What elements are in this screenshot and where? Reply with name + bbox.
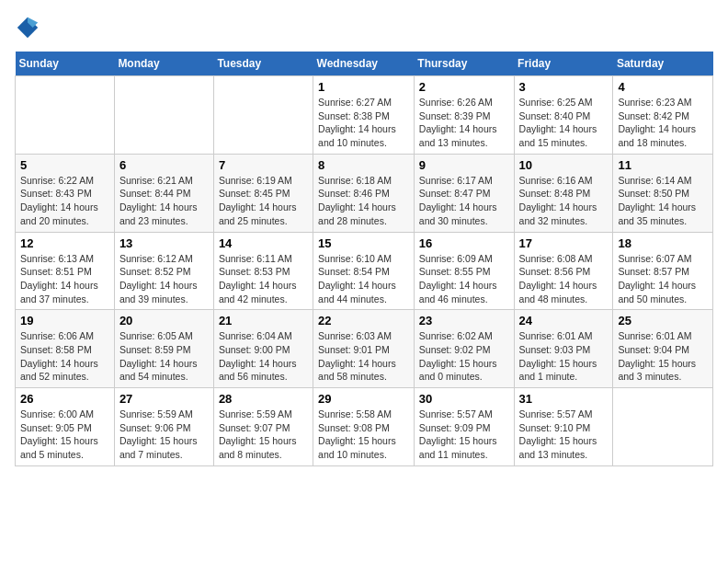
day-info: Sunrise: 6:05 AM Sunset: 8:59 PM Dayligh… xyxy=(119,329,209,384)
calendar-cell xyxy=(114,76,213,155)
day-number: 13 xyxy=(119,236,209,250)
day-info: Sunrise: 6:17 AM Sunset: 8:47 PM Dayligh… xyxy=(419,174,509,228)
calendar-week-row: 19Sunrise: 6:06 AM Sunset: 8:58 PM Dayli… xyxy=(16,310,713,388)
calendar-cell: 22Sunrise: 6:03 AM Sunset: 9:01 PM Dayli… xyxy=(313,310,415,388)
calendar-cell: 11Sunrise: 6:14 AM Sunset: 8:50 PM Dayli… xyxy=(613,154,713,232)
calendar-week-row: 5Sunrise: 6:22 AM Sunset: 8:43 PM Daylig… xyxy=(16,154,713,232)
day-info: Sunrise: 6:13 AM Sunset: 8:51 PM Dayligh… xyxy=(20,252,109,306)
day-number: 18 xyxy=(618,236,708,250)
day-info: Sunrise: 6:23 AM Sunset: 8:42 PM Dayligh… xyxy=(618,96,708,150)
calendar-cell: 13Sunrise: 6:12 AM Sunset: 8:52 PM Dayli… xyxy=(114,232,213,310)
day-number: 11 xyxy=(618,158,708,172)
day-number: 12 xyxy=(20,236,109,250)
day-info: Sunrise: 6:00 AM Sunset: 9:05 PM Dayligh… xyxy=(20,408,109,462)
day-info: Sunrise: 6:26 AM Sunset: 8:39 PM Dayligh… xyxy=(419,96,509,150)
day-number: 29 xyxy=(318,392,409,406)
day-info: Sunrise: 6:25 AM Sunset: 8:40 PM Dayligh… xyxy=(519,96,609,150)
day-number: 9 xyxy=(419,158,509,172)
day-number: 16 xyxy=(419,236,509,250)
calendar-cell: 8Sunrise: 6:18 AM Sunset: 8:46 PM Daylig… xyxy=(313,154,415,232)
weekday-header-thursday: Thursday xyxy=(414,52,514,76)
calendar-cell: 5Sunrise: 6:22 AM Sunset: 8:43 PM Daylig… xyxy=(16,154,115,232)
weekday-header-tuesday: Tuesday xyxy=(213,52,313,76)
day-info: Sunrise: 6:16 AM Sunset: 8:48 PM Dayligh… xyxy=(519,174,609,228)
calendar-week-row: 1Sunrise: 6:27 AM Sunset: 8:38 PM Daylig… xyxy=(16,76,713,155)
day-number: 10 xyxy=(519,158,609,172)
day-number: 23 xyxy=(419,314,509,327)
day-number: 26 xyxy=(20,392,109,406)
calendar-cell: 30Sunrise: 5:57 AM Sunset: 9:09 PM Dayli… xyxy=(414,388,514,466)
weekday-header-row: SundayMondayTuesdayWednesdayThursdayFrid… xyxy=(16,52,713,76)
day-number: 24 xyxy=(519,314,609,327)
calendar-cell: 23Sunrise: 6:02 AM Sunset: 9:02 PM Dayli… xyxy=(414,310,514,388)
day-info: Sunrise: 6:01 AM Sunset: 9:03 PM Dayligh… xyxy=(519,329,609,384)
day-info: Sunrise: 6:02 AM Sunset: 9:02 PM Dayligh… xyxy=(419,329,509,384)
day-number: 28 xyxy=(219,392,308,406)
day-info: Sunrise: 6:22 AM Sunset: 8:43 PM Dayligh… xyxy=(20,174,109,228)
day-number: 7 xyxy=(219,158,308,172)
calendar-cell: 6Sunrise: 6:21 AM Sunset: 8:44 PM Daylig… xyxy=(114,154,213,232)
day-info: Sunrise: 6:11 AM Sunset: 8:53 PM Dayligh… xyxy=(219,252,308,306)
page-header xyxy=(15,15,713,40)
logo-icon xyxy=(15,15,40,40)
day-number: 3 xyxy=(519,80,609,94)
calendar-cell: 4Sunrise: 6:23 AM Sunset: 8:42 PM Daylig… xyxy=(613,76,713,155)
day-number: 1 xyxy=(318,80,409,94)
weekday-header-sunday: Sunday xyxy=(16,52,115,76)
calendar-cell: 20Sunrise: 6:05 AM Sunset: 8:59 PM Dayli… xyxy=(114,310,213,388)
day-number: 6 xyxy=(119,158,209,172)
calendar-cell: 9Sunrise: 6:17 AM Sunset: 8:47 PM Daylig… xyxy=(414,154,514,232)
day-number: 31 xyxy=(519,392,609,406)
calendar-cell: 18Sunrise: 6:07 AM Sunset: 8:57 PM Dayli… xyxy=(613,232,713,310)
day-info: Sunrise: 5:59 AM Sunset: 9:06 PM Dayligh… xyxy=(119,408,209,462)
day-info: Sunrise: 6:09 AM Sunset: 8:55 PM Dayligh… xyxy=(419,252,509,306)
day-info: Sunrise: 6:01 AM Sunset: 9:04 PM Dayligh… xyxy=(618,329,708,384)
day-info: Sunrise: 5:59 AM Sunset: 9:07 PM Dayligh… xyxy=(219,408,308,462)
day-number: 27 xyxy=(119,392,209,406)
day-info: Sunrise: 6:14 AM Sunset: 8:50 PM Dayligh… xyxy=(618,174,708,228)
calendar-cell: 7Sunrise: 6:19 AM Sunset: 8:45 PM Daylig… xyxy=(213,154,313,232)
day-info: Sunrise: 6:10 AM Sunset: 8:54 PM Dayligh… xyxy=(318,252,409,306)
day-info: Sunrise: 6:07 AM Sunset: 8:57 PM Dayligh… xyxy=(618,252,708,306)
calendar-cell: 19Sunrise: 6:06 AM Sunset: 8:58 PM Dayli… xyxy=(16,310,115,388)
calendar-cell: 17Sunrise: 6:08 AM Sunset: 8:56 PM Dayli… xyxy=(514,232,613,310)
calendar-cell: 10Sunrise: 6:16 AM Sunset: 8:48 PM Dayli… xyxy=(514,154,613,232)
day-info: Sunrise: 5:57 AM Sunset: 9:09 PM Dayligh… xyxy=(419,408,509,462)
day-number: 22 xyxy=(318,314,409,327)
calendar-cell: 2Sunrise: 6:26 AM Sunset: 8:39 PM Daylig… xyxy=(414,76,514,155)
calendar-week-row: 12Sunrise: 6:13 AM Sunset: 8:51 PM Dayli… xyxy=(16,232,713,310)
calendar-cell: 14Sunrise: 6:11 AM Sunset: 8:53 PM Dayli… xyxy=(213,232,313,310)
calendar-cell xyxy=(613,388,713,466)
day-info: Sunrise: 6:08 AM Sunset: 8:56 PM Dayligh… xyxy=(519,252,609,306)
day-number: 17 xyxy=(519,236,609,250)
day-number: 14 xyxy=(219,236,308,250)
weekday-header-monday: Monday xyxy=(114,52,213,76)
weekday-header-saturday: Saturday xyxy=(613,52,713,76)
day-info: Sunrise: 6:06 AM Sunset: 8:58 PM Dayligh… xyxy=(20,329,109,384)
calendar-table: SundayMondayTuesdayWednesdayThursdayFrid… xyxy=(15,52,713,466)
calendar-cell xyxy=(16,76,115,155)
day-info: Sunrise: 6:27 AM Sunset: 8:38 PM Dayligh… xyxy=(318,96,409,150)
calendar-cell: 25Sunrise: 6:01 AM Sunset: 9:04 PM Dayli… xyxy=(613,310,713,388)
day-number: 21 xyxy=(219,314,308,327)
day-number: 5 xyxy=(20,158,109,172)
day-info: Sunrise: 6:21 AM Sunset: 8:44 PM Dayligh… xyxy=(119,174,209,228)
day-number: 2 xyxy=(419,80,509,94)
calendar-cell xyxy=(213,76,313,155)
calendar-cell: 16Sunrise: 6:09 AM Sunset: 8:55 PM Dayli… xyxy=(414,232,514,310)
calendar-cell: 26Sunrise: 6:00 AM Sunset: 9:05 PM Dayli… xyxy=(16,388,115,466)
day-info: Sunrise: 6:12 AM Sunset: 8:52 PM Dayligh… xyxy=(119,252,209,306)
day-number: 4 xyxy=(618,80,708,94)
weekday-header-friday: Friday xyxy=(514,52,613,76)
logo xyxy=(15,15,44,40)
calendar-cell: 28Sunrise: 5:59 AM Sunset: 9:07 PM Dayli… xyxy=(213,388,313,466)
day-info: Sunrise: 5:58 AM Sunset: 9:08 PM Dayligh… xyxy=(318,408,409,462)
calendar-cell: 31Sunrise: 5:57 AM Sunset: 9:10 PM Dayli… xyxy=(514,388,613,466)
calendar-cell: 29Sunrise: 5:58 AM Sunset: 9:08 PM Dayli… xyxy=(313,388,415,466)
calendar-week-row: 26Sunrise: 6:00 AM Sunset: 9:05 PM Dayli… xyxy=(16,388,713,466)
calendar-cell: 24Sunrise: 6:01 AM Sunset: 9:03 PM Dayli… xyxy=(514,310,613,388)
calendar-cell: 1Sunrise: 6:27 AM Sunset: 8:38 PM Daylig… xyxy=(313,76,415,155)
day-number: 25 xyxy=(618,314,708,327)
day-info: Sunrise: 5:57 AM Sunset: 9:10 PM Dayligh… xyxy=(519,408,609,462)
day-number: 8 xyxy=(318,158,409,172)
